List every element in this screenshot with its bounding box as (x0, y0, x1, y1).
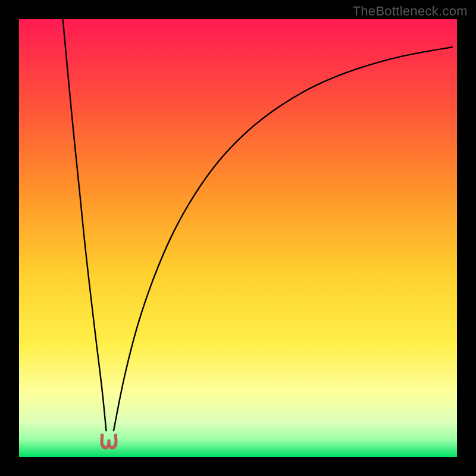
curve-left-branch (63, 19, 107, 431)
curve-layer (19, 19, 457, 457)
curve-right-branch (114, 47, 452, 431)
watermark-label: TheBottleneck.com (353, 4, 468, 19)
frame: TheBottleneck.com (0, 0, 476, 476)
optimum-marker-icon (98, 433, 120, 450)
plot-area (19, 19, 457, 457)
